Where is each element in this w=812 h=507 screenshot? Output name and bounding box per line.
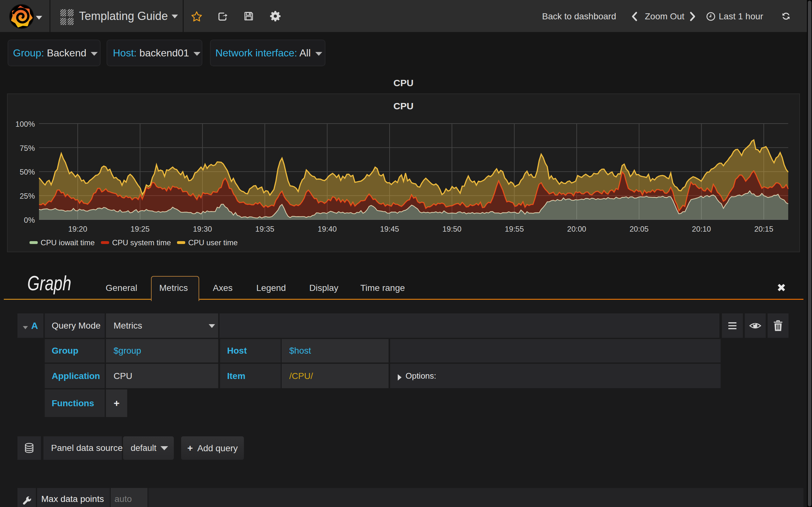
svg-text:20:00: 20:00: [567, 225, 586, 233]
svg-text:50%: 50%: [20, 168, 35, 176]
svg-text:19:55: 19:55: [505, 225, 524, 233]
svg-text:20:10: 20:10: [692, 225, 711, 233]
svg-text:19:35: 19:35: [255, 225, 274, 233]
svg-text:20:15: 20:15: [754, 225, 773, 233]
svg-text:19:45: 19:45: [380, 225, 399, 233]
svg-text:100%: 100%: [15, 120, 35, 128]
svg-text:19:40: 19:40: [318, 225, 337, 233]
svg-text:19:50: 19:50: [443, 225, 461, 233]
svg-text:19:20: 19:20: [68, 225, 87, 233]
svg-text:19:30: 19:30: [193, 225, 212, 233]
svg-text:0%: 0%: [24, 216, 35, 224]
svg-text:75%: 75%: [20, 144, 35, 153]
svg-text:20:05: 20:05: [629, 225, 649, 233]
svg-text:25%: 25%: [20, 192, 35, 200]
svg-text:19:25: 19:25: [131, 225, 150, 233]
